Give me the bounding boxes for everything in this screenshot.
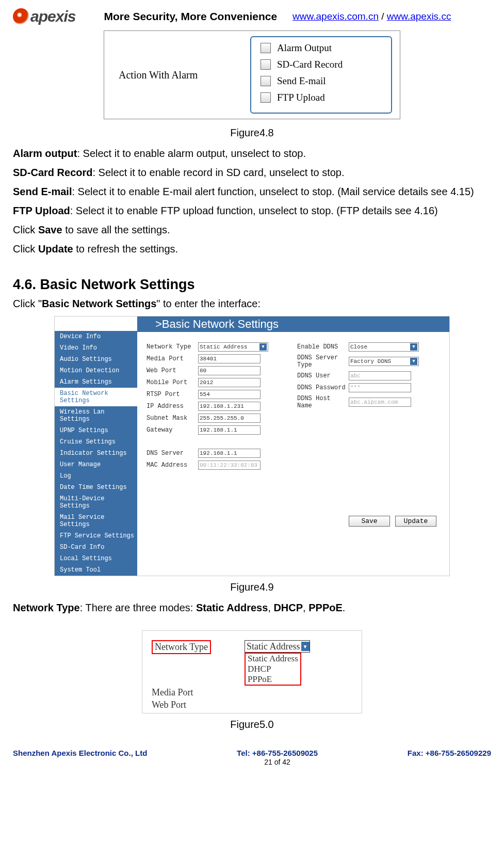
update-button[interactable]: Update [395,516,436,527]
sidebar-item[interactable]: Wireless Lan Settings [55,406,137,425]
button-row: Save Update [137,505,449,576]
caption-figure-4-9: Figure4.9 [13,581,491,593]
sidebar-item[interactable]: Log [55,470,137,482]
sidebar-item[interactable]: Basic Network Settings [55,388,137,406]
text-field: abc [349,371,411,380]
figure-4-9: Device InfoVideo InfoAudio SettingsMotio… [54,316,450,576]
form-row: DDNS Host Nameabc.aipcam.com [297,395,440,409]
link-apexis-cc[interactable]: www.apexis.cc [387,11,451,22]
form-row: DDNS Userabc [297,371,440,380]
alarm-options-box: Alarm Output SD-Card Record Send E-mail … [250,36,392,114]
select-field[interactable]: Static Address▼ [198,342,268,352]
form-row: IP Address192.168.1.231 [147,402,289,411]
sidebar-item[interactable]: Alarm Settings [55,376,137,388]
form-row: RTSP Port554 [147,390,289,399]
field-label: Mobile Port [147,379,198,386]
text-field: *** [349,383,411,392]
sidebar-item[interactable]: Video Info [55,342,137,354]
form-row: DDNS Server TypeFactory DDNS▼ [297,354,440,369]
field-label: MAC Address [147,462,198,469]
sidebar-item[interactable]: Cruise Settings [55,436,137,448]
dropdown-icon: ▼ [410,358,417,365]
form-row: Web Port80 [147,366,289,375]
dropdown-opt-static[interactable]: Static Address [246,654,300,664]
checkbox-ftp[interactable] [261,92,271,103]
logo-icon [13,8,29,25]
field-label: Subnet Mask [147,415,198,422]
desc-sdcard: SD-Card Record: Select it to enable reco… [13,166,491,180]
intro-4-6: Click "Basic Network Settings" to enter … [13,297,491,311]
text-field[interactable]: 80 [198,366,261,375]
sidebar-item[interactable]: Date Time Settings [55,482,137,493]
sidebar-item[interactable]: FTP Service Settings [55,530,137,542]
form-row: Network TypeStatic Address▼ [147,342,289,352]
label-email: Send E-mail [277,75,326,87]
header-links: www.apexis.com.cn / www.apexis.cc [292,11,451,22]
sidebar-item[interactable]: Local Settings [55,553,137,564]
checkbox-row-sdcard: SD-Card Record [261,59,391,70]
checkbox-sdcard[interactable] [261,59,271,70]
sidebar-item[interactable]: SD-Card Info [55,542,137,553]
dropdown-icon: ▼ [259,343,267,351]
link-apexis-cn[interactable]: www.apexis.com.cn [292,11,379,22]
select-field[interactable]: Factory DDNS▼ [349,357,419,366]
media-port-label: Media Port [142,687,245,698]
text-field[interactable]: 255.255.255.0 [198,414,261,423]
dropdown-opt-dhcp[interactable]: DHCP [246,664,300,674]
sidebar-item[interactable]: Device Info [55,331,137,342]
text-field[interactable]: 192.168.1.231 [198,402,261,411]
dropdown-icon: ▼ [410,343,417,351]
form-row: Subnet Mask255.255.255.0 [147,414,289,423]
sidebar-item[interactable]: Multi-Device Settings [55,493,137,512]
desc-alarm-output: Alarm output: Select it to enable alarm … [13,147,491,161]
network-type-select[interactable]: Static Address ▼ [245,640,310,653]
select-field[interactable]: Close▼ [349,342,419,352]
caption-figure-5-0: Figure5.0 [13,719,491,731]
network-type-desc: Network Type: There are three modes: Sta… [13,601,491,615]
desc-update: Click Update to refresh the settings. [13,242,491,256]
text-field: 00:11:22:33:02:03 [198,461,261,470]
footer-page: 21 of 42 [237,758,318,766]
save-button[interactable]: Save [349,516,390,527]
form-row: DNS Server192.168.1.1 [147,449,289,458]
text-field: abc.aipcam.com [349,398,411,407]
text-field[interactable]: 192.168.1.1 [198,425,261,435]
checkbox-email[interactable] [261,76,271,86]
footer-fax: Fax: +86-755-26509229 [408,749,491,766]
network-panel-right: Enable DDNSClose▼DDNS Server TypeFactory… [297,342,440,505]
sidebar-item[interactable]: Audio Settings [55,354,137,365]
dropdown-opt-pppoe[interactable]: PPPoE [246,674,300,685]
figure-4-8: Action With Alarm Alarm Output SD-Card R… [104,30,400,119]
checkbox-alarm-output[interactable] [261,43,271,53]
field-label: Gateway [147,426,198,434]
sidebar-item[interactable]: Motion Detection [55,365,137,376]
form-row: DDNS Password*** [297,383,440,392]
sidebar-item[interactable]: Indicator Settings [55,448,137,459]
text-field[interactable]: 38401 [198,354,261,363]
checkbox-row-ftp: FTP Upload [261,92,391,103]
network-type-highlight: Network Type [152,640,211,654]
field-label: DDNS Password [297,384,349,391]
form-row: Gateway192.168.1.1 [147,425,289,435]
dropdown-icon: ▼ [301,642,310,651]
desc-email: Send E-mail: Select it to enable E-mail … [13,185,491,199]
field-label: Media Port [147,355,198,362]
network-type-dropdown: Static Address DHCP PPPoE [245,653,301,686]
desc-save: Click Save to save all the settings. [13,223,491,237]
text-field[interactable]: 2012 [198,378,261,387]
field-label: DDNS User [297,372,349,379]
sidebar-item[interactable]: User Manage [55,459,137,470]
text-field[interactable]: 192.168.1.1 [198,449,261,458]
sidebar-item[interactable]: UPNP Settings [55,425,137,436]
field-label: Network Type [147,343,198,351]
sidebar-item[interactable]: Mail Service Settings [55,512,137,530]
checkbox-row-email: Send E-mail [261,75,391,87]
sidebar-item[interactable]: System Tool [55,564,137,576]
field-label: IP Address [147,403,198,410]
settings-sidebar: Device InfoVideo InfoAudio SettingsMotio… [55,316,137,576]
field-label: DDNS Server Type [297,354,349,369]
desc-ftp: FTP Upload: Select it to enable FTP uplo… [13,204,491,218]
logo: apexis [13,8,75,25]
text-field[interactable]: 554 [198,390,261,399]
page-footer: Shenzhen Apexis Electronic Co., Ltd Tel:… [0,749,504,770]
